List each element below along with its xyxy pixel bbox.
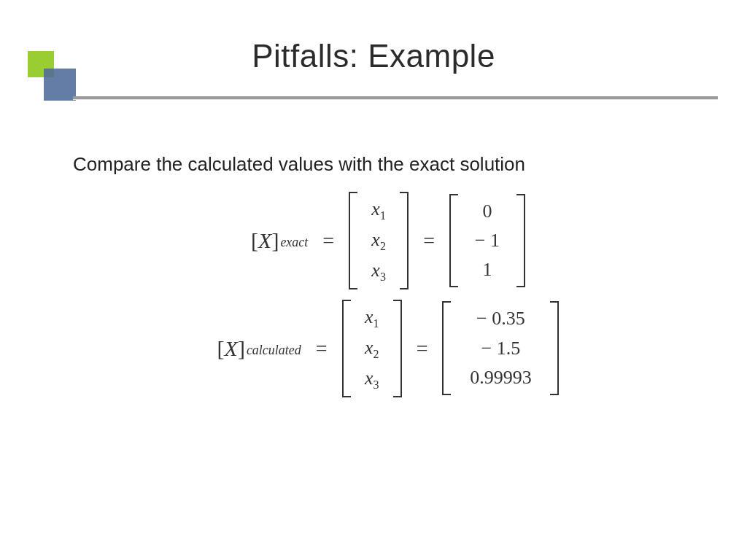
big-bracket-left — [349, 192, 357, 289]
x2: x2 — [357, 333, 387, 364]
x2: x2 — [363, 225, 394, 256]
vector-x: x1 x2 x3 — [342, 300, 402, 397]
slide-title: Pitfalls: Example — [0, 38, 747, 74]
x1: x1 — [363, 195, 394, 225]
big-bracket-right — [393, 300, 402, 397]
equals-icon: = — [417, 337, 428, 360]
x3: x3 — [363, 256, 394, 287]
subscript-exact: exact — [280, 235, 308, 250]
exact-v2: − 1 — [464, 226, 511, 255]
big-bracket-right — [516, 194, 525, 288]
lhs-calculated: [ X ] calculated — [217, 336, 301, 361]
exact-v3: 1 — [464, 255, 511, 284]
x3: x3 — [357, 364, 387, 394]
subscript-calculated: calculated — [247, 343, 301, 358]
matrix-symbol: X — [225, 336, 238, 361]
big-bracket-left — [449, 194, 458, 288]
bracket-left: [ — [217, 336, 225, 361]
equation-exact: [ X ] exact = x1 x2 x3 = — [73, 192, 703, 289]
bracket-right: ] — [271, 228, 279, 253]
big-bracket-left — [442, 301, 451, 395]
exact-v1: 0 — [464, 197, 511, 226]
big-bracket-left — [342, 300, 351, 397]
vector-x-col: x1 x2 x3 — [357, 192, 400, 289]
calc-v2: − 1.5 — [457, 334, 544, 363]
big-bracket-right — [550, 301, 559, 395]
calc-v1: − 0.35 — [457, 304, 544, 333]
big-bracket-right — [400, 192, 409, 289]
vector-calculated-values: − 0.35 − 1.5 0.99993 — [442, 301, 559, 395]
calc-v3: 0.99993 — [457, 363, 544, 392]
calc-col: − 0.35 − 1.5 0.99993 — [451, 301, 550, 395]
lead-text: Compare the calculated values with the e… — [73, 153, 703, 176]
vector-exact-values: 0 − 1 1 — [449, 194, 525, 288]
equals-icon: = — [423, 229, 435, 252]
equals-icon: = — [316, 337, 328, 360]
equations: [ X ] exact = x1 x2 x3 = — [73, 192, 703, 397]
vector-x-col: x1 x2 x3 — [351, 300, 393, 397]
x1: x1 — [357, 303, 387, 333]
slide: Pitfalls: Example Compare the calculated… — [0, 0, 747, 560]
bracket-left: [ — [251, 228, 258, 253]
bracket-right: ] — [238, 336, 245, 361]
lhs-exact: [ X ] exact — [251, 228, 308, 253]
exact-col: 0 − 1 1 — [458, 194, 516, 288]
matrix-symbol: X — [258, 228, 271, 253]
title-rule — [73, 96, 718, 99]
vector-x: x1 x2 x3 — [349, 192, 409, 289]
slide-body: Compare the calculated values with the e… — [73, 153, 703, 408]
equals-icon: = — [322, 229, 334, 252]
equation-calculated: [ X ] calculated = x1 x2 x3 = — [73, 300, 703, 397]
